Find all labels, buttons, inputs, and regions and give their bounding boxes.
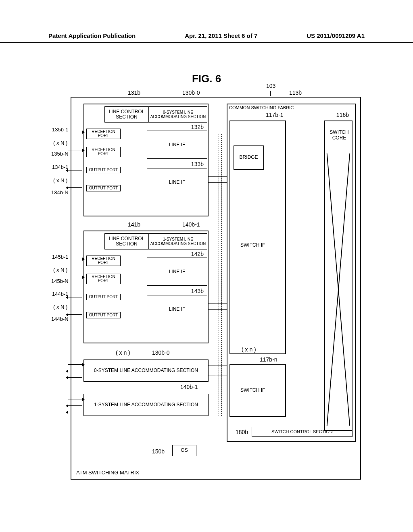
- atm-switching-matrix-box: 131b 130b-0 113b LINE CONTROL SECTION 0-…: [71, 97, 361, 480]
- ref-180b: 180b: [236, 429, 248, 435]
- arrow-in-1-n: [68, 277, 82, 277]
- bus-10: [209, 376, 227, 376]
- reception-port-0-1: RECEPTION PORT: [86, 129, 121, 139]
- output-port-1-1: OUTPUT PORT: [86, 294, 121, 300]
- output-port-1-n: OUTPUT PORT: [86, 312, 121, 318]
- header-rule: [0, 42, 413, 43]
- ref-131b: 131b: [128, 89, 140, 96]
- arrow-out-1-n: [68, 314, 82, 315]
- dashed-connection: [209, 138, 247, 138]
- switch-if-top: BRIDGE SWITCH IF: [229, 121, 286, 354]
- ref-103: 103: [266, 83, 275, 89]
- bus-2: [209, 142, 227, 142]
- label-xN-1a: ( x N ): [53, 267, 67, 273]
- section-0-bottom: 0-SYSTEM LINE ACCOMMODATING SECTION: [83, 360, 209, 382]
- header-left: Patent Application Publication: [48, 32, 136, 39]
- bus-12: [209, 410, 227, 410]
- rail-2: [219, 134, 219, 416]
- bus-4: [209, 182, 227, 183]
- bus-9: [209, 366, 227, 366]
- label-xN-0a: ( x N ): [53, 140, 67, 146]
- reception-port-1-n: RECEPTION PORT: [86, 274, 121, 284]
- bus-11: [209, 400, 227, 400]
- arrow-out-0-1: [68, 170, 82, 170]
- ref-113b: 113b: [289, 89, 302, 96]
- os-box: OS: [172, 445, 196, 456]
- arrow-in-0-n: [68, 150, 82, 150]
- header-center: Apr. 21, 2011 Sheet 6 of 7: [185, 32, 257, 39]
- ref-134b-N: 134b-N: [51, 189, 69, 195]
- arrow-bottom-2: [68, 371, 82, 371]
- section-0-title: 0-SYSTEM LINE ACCOMMODATING SECTION: [149, 106, 207, 123]
- label-xn-bottom: ( x n ): [116, 349, 130, 356]
- bus-8: [209, 309, 227, 310]
- switch-core-label: SWITCH CORE: [327, 129, 351, 141]
- reception-port-1-1: RECEPTION PORT: [86, 256, 121, 266]
- ref-144b-N: 144b-N: [51, 316, 69, 322]
- switch-if-bottom: SWITCH IF: [229, 364, 286, 417]
- switch-if-label-top: SWITCH IF: [240, 242, 265, 248]
- line-if-1-bot: LINE IF: [147, 295, 207, 323]
- arrow-out-0-n: [68, 187, 82, 188]
- atm-label: ATM SWITCHING MATRIX: [76, 470, 139, 476]
- arrow-bottom-5: [68, 405, 82, 406]
- arrow-bottom-3: [68, 377, 82, 378]
- ref-142b: 142b: [191, 251, 204, 257]
- figure-title: FIG. 6: [192, 73, 221, 85]
- ref-141b: 141b: [128, 221, 140, 228]
- page-header: Patent Application Publication Apr. 21, …: [0, 32, 413, 43]
- ref-116b: 116b: [336, 112, 349, 118]
- ref-117b-n: 117b-n: [260, 356, 277, 363]
- common-switching-fabric: COMMON SWITCHING FABRIC 117b-1 116b 118b…: [227, 104, 356, 442]
- fabric-title: COMMON SWITCHING FABRIC: [229, 105, 294, 110]
- arrow-bottom-4: [68, 399, 82, 399]
- arrow-bottom-1: [68, 364, 82, 365]
- label-fabric-xn: ( x n ): [242, 346, 256, 353]
- reception-port-0-n: RECEPTION PORT: [86, 147, 121, 157]
- ref-130b0-bottom: 130b-0: [152, 349, 170, 356]
- rail-3: [221, 134, 222, 416]
- ref-135b-1: 135b-1: [52, 127, 68, 133]
- rail-1: [216, 134, 216, 416]
- output-port-0-1: OUTPUT PORT: [86, 167, 121, 173]
- line-if-0-top: LINE IF: [147, 131, 207, 159]
- section-1-title: 1-SYSTEM LINE ACCOMMODATING SECTION: [149, 233, 207, 249]
- line-if-0-bot: LINE IF: [147, 168, 207, 196]
- output-port-0-n: OUTPUT PORT: [86, 185, 121, 191]
- section-1-system-line: LINE CONTROL SECTION 1-SYSTEM LINE ACCOM…: [83, 231, 209, 343]
- ref-143b: 143b: [191, 288, 204, 294]
- arrow-out-1-1: [68, 297, 82, 297]
- label-xN-0b: ( x N ): [53, 177, 67, 183]
- ref-145b-1: 145b-1: [52, 254, 68, 260]
- bus-5: [209, 263, 227, 263]
- ref-140b-1: 140b-1: [182, 221, 200, 228]
- bus-7: [209, 303, 227, 303]
- line-control-section-1: LINE CONTROL SECTION: [104, 233, 149, 249]
- label-xN-1b: ( x N ): [53, 304, 67, 310]
- bus-6: [209, 269, 227, 269]
- ref-135b-N: 135b-N: [51, 151, 69, 157]
- switch-control-section: SWITCH CONTROL SECTION: [252, 427, 353, 437]
- ref-132b: 132b: [191, 124, 204, 130]
- bus-1: [209, 136, 227, 136]
- bridge-box: BRIDGE: [234, 145, 264, 170]
- bus-3: [209, 176, 227, 177]
- arrow-in-1-1: [68, 259, 82, 259]
- line-control-section-0: LINE CONTROL SECTION: [104, 106, 149, 123]
- switch-core: SWITCH CORE: [324, 121, 353, 431]
- arrow-in-0-1: [68, 132, 82, 132]
- switch-if-label-bottom: SWITCH IF: [240, 387, 265, 393]
- header-right: US 2011/0091209 A1: [307, 32, 365, 39]
- ref-140b1-bottom: 140b-1: [180, 384, 198, 390]
- section-0-system-line: LINE CONTROL SECTION 0-SYSTEM LINE ACCOM…: [83, 104, 209, 216]
- ref-133b: 133b: [191, 161, 204, 167]
- switch-core-cross-icon: [325, 121, 352, 430]
- ref-117b-1: 117b-1: [266, 112, 284, 118]
- arrow-bottom-6: [68, 412, 82, 412]
- leader-103: [270, 91, 271, 96]
- ref-130b0-top: 130b-0: [182, 89, 200, 96]
- ref-150b: 150b: [152, 448, 165, 455]
- section-1-bottom: 1-SYSTEM LINE ACCOMMODATING SECTION: [83, 394, 209, 416]
- line-if-1-top: LINE IF: [147, 258, 207, 286]
- ref-145b-N: 145b-N: [51, 278, 69, 284]
